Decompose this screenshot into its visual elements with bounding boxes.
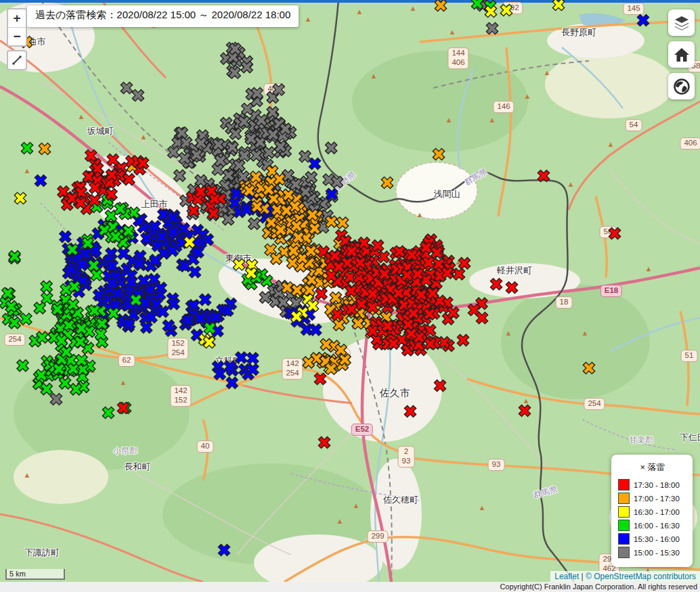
lightning-strike-marker — [413, 269, 422, 279]
lightning-strike-marker — [21, 315, 30, 324]
lightning-strike-marker — [284, 190, 293, 200]
layers-icon — [673, 14, 691, 32]
globe-icon — [673, 78, 691, 95]
lightning-strike-marker — [18, 361, 28, 370]
lightning-strike-marker — [122, 83, 131, 93]
search-period-text: 過去の落雷検索：2020/08/22 15:00 ～ 2020/08/22 18… — [35, 9, 290, 20]
lightning-strike-marker — [327, 189, 336, 199]
lightning-strike-marker — [22, 143, 32, 153]
lightning-strike-marker — [189, 206, 198, 216]
lightning-strike-marker — [119, 249, 129, 258]
lightning-strike-marker — [106, 211, 116, 221]
lightning-strike-marker — [200, 295, 210, 304]
lightning-strike-marker — [554, 0, 563, 9]
lightning-strike-marker — [304, 358, 313, 367]
lightning-strike-marker — [347, 286, 356, 296]
lightning-strike-marker — [315, 374, 325, 384]
lightning-strike-marker — [507, 283, 517, 292]
lightning-strike-marker — [227, 143, 237, 152]
lightning-strike-marker — [151, 256, 160, 265]
lightning-strike-marker — [426, 339, 435, 348]
lightning-strike-marker — [192, 150, 201, 160]
lightning-strike-marker — [76, 337, 85, 346]
lightning-strike-marker — [242, 62, 252, 72]
lightning-strike-marker — [224, 170, 234, 180]
lightning-strike-marker — [83, 239, 93, 248]
osm-link[interactable]: © OpenStreetMap contributors — [586, 572, 696, 581]
lightning-strike-marker — [432, 248, 441, 257]
lightning-strike-marker — [53, 304, 62, 314]
legend-item: 15:00 - 15:30 — [618, 547, 687, 558]
legend-item: 16:30 - 17:00 — [618, 506, 687, 518]
lightning-strike-marker — [68, 193, 77, 203]
zoom-in-button[interactable]: + — [8, 9, 26, 28]
legend-item-label: 17:00 - 17:30 — [634, 495, 680, 503]
layers-button[interactable] — [668, 9, 695, 36]
lightning-strike-marker — [156, 283, 166, 293]
lightning-strike-marker — [305, 286, 314, 295]
scale-label: 5 km — [9, 570, 26, 578]
lightning-strike-marker — [322, 340, 331, 349]
lightning-strike-marker — [434, 259, 443, 269]
lightning-strike-marker — [336, 345, 346, 355]
lightning-strike-marker — [638, 16, 648, 25]
lightning-strike-marker — [36, 176, 45, 185]
lightning-strike-marker — [491, 279, 501, 289]
lightning-strike-marker — [276, 142, 285, 152]
lightning-strike-marker — [368, 302, 377, 312]
lightning-strike-marker — [291, 180, 301, 189]
lightning-strike-marker — [10, 252, 20, 261]
lightning-strike-marker — [282, 283, 292, 292]
measure-tool-button[interactable] — [7, 50, 27, 70]
lightning-strike-marker — [269, 194, 278, 204]
lightning-strike-marker — [275, 175, 284, 184]
lightning-strike-marker — [334, 263, 344, 272]
lightning-strike-marker — [276, 225, 286, 235]
lightning-strike-marker — [308, 301, 318, 311]
lightning-strike-marker — [311, 325, 320, 335]
lightning-legend: × 落雷 17:30 - 18:0017:00 - 17:3016:30 - 1… — [611, 455, 693, 567]
lightning-strike-marker — [242, 205, 252, 214]
lightning-strike-marker — [338, 218, 347, 227]
lightning-strike-marker — [76, 198, 85, 208]
lightning-strike-marker — [230, 68, 240, 78]
lightning-strike-marker — [108, 155, 118, 164]
lightning-strike-marker — [487, 24, 497, 33]
lightning-strike-marker — [138, 158, 148, 168]
map-canvas[interactable]: 千曲市坂城町上田市東御市長野原町浅間山軽井沢町御代田町立科町佐久市小県郡長和町佐… — [0, 0, 700, 582]
lightning-search-app: 千曲市坂城町上田市東御市長野原町浅間山軽井沢町御代田町立科町佐久市小県郡長和町佐… — [0, 0, 700, 592]
lightning-strike-marker — [301, 152, 310, 161]
lightning-strike-marker — [310, 159, 320, 168]
lightning-strike-marker — [238, 172, 248, 181]
lightning-strike-marker — [158, 307, 167, 317]
lightning-strike-marker — [142, 233, 152, 243]
zoom-out-button[interactable]: − — [8, 28, 26, 45]
lightning-strike-marker — [227, 378, 237, 388]
lightning-strike-marker — [246, 269, 256, 278]
copyright-bar: Copyright(C) Franklin Japan Corporation.… — [0, 582, 700, 592]
lightning-strike-marker — [253, 202, 262, 211]
home-button[interactable] — [668, 41, 695, 68]
lightning-strike-marker — [473, 0, 482, 8]
leaflet-link[interactable]: Leaflet — [554, 572, 579, 581]
lightning-strike-marker — [333, 310, 343, 319]
lightning-strike-marker — [62, 347, 71, 357]
lightning-strike-marker — [317, 289, 326, 298]
lightning-strike-marker — [389, 339, 398, 348]
lightning-strike-marker — [261, 293, 270, 302]
lightning-strike-marker — [7, 302, 16, 311]
lightning-strike-marker — [181, 261, 190, 271]
lightning-strike-marker — [251, 173, 261, 182]
lightning-strike-marker — [60, 378, 70, 388]
lightning-strike-marker — [443, 268, 452, 277]
lightning-strike-marker — [40, 144, 49, 154]
lightning-strike-marker — [288, 258, 297, 268]
lightning-strike-marker — [368, 326, 378, 336]
globe-button[interactable] — [668, 73, 695, 99]
lightning-strike-marker — [215, 369, 225, 379]
lightning-strike-marker — [141, 323, 151, 332]
lightning-strike-marker — [177, 128, 187, 137]
lightning-strike-marker — [232, 189, 241, 198]
lightning-markers-layer — [0, 0, 700, 582]
lightning-strike-marker — [193, 248, 202, 257]
